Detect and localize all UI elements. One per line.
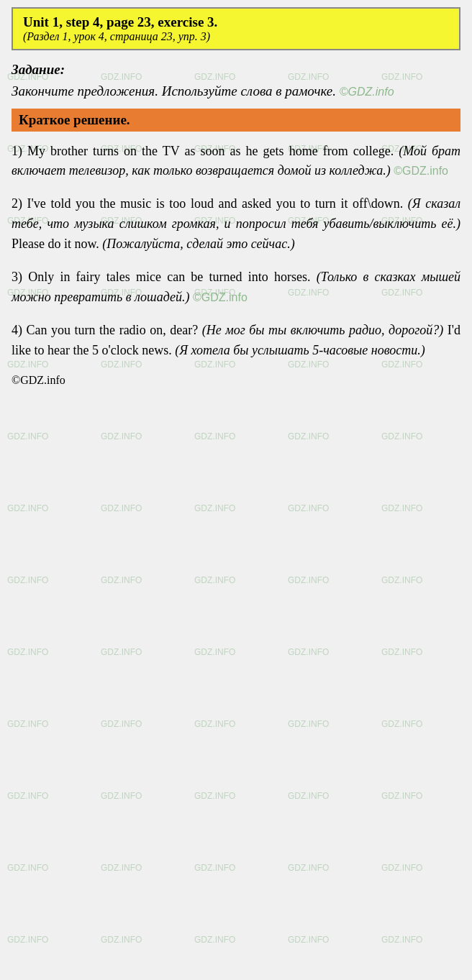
exercise-3-en: 3) Only in fairy tales mice can be turne… — [12, 270, 310, 284]
task-text: Закончите предложения. Используйте слова… — [12, 82, 460, 101]
task-instruction: Закончите предложения. Используйте слова… — [12, 83, 336, 99]
exercise-3-copyright: ©GDZ.info — [193, 291, 248, 303]
header-box: Unit 1, step 4, page 23, exercise 3. (Ра… — [12, 7, 460, 50]
exercise-4: 4) Can you turn the radio on, dear? (Не … — [12, 321, 460, 361]
exercise-1-copyright: ©GDZ.info — [394, 165, 448, 177]
exercise-4-ru: (Не мог бы ты включить радио, дорогой?) — [202, 323, 444, 337]
footer-copyright: ©GDZ.info — [12, 374, 460, 387]
page-content: Unit 1, step 4, page 23, exercise 3. (Ра… — [0, 0, 472, 401]
task-label: Задание: — [12, 62, 460, 78]
header-subtitle: (Раздел 1, урок 4, страница 23, упр. 3) — [23, 30, 449, 43]
exercise-2: 2) I've told you the music is too loud a… — [12, 194, 460, 255]
task-copyright: ©GDZ.info — [340, 86, 394, 98]
solution-label: Краткое решение. — [19, 112, 130, 127]
exercise-4-en: 4) Can you turn the radio on, dear? — [12, 323, 198, 337]
exercise-3: 3) Only in fairy tales mice can be turne… — [12, 267, 460, 308]
header-title: Unit 1, step 4, page 23, exercise 3. — [23, 14, 449, 30]
exercise-1: 1) My brother turns on the TV as soon as… — [12, 142, 460, 182]
exercise-2-en2: Please do it now. — [12, 237, 99, 251]
exercise-2-ru2: (Пожалуйста, сделай это сейчас.) — [102, 237, 294, 251]
exercise-4-ru2: (Я хотела бы услышать 5-часовые новости.… — [175, 343, 425, 357]
exercise-2-en: 2) I've told you the music is too loud a… — [12, 196, 403, 211]
exercise-1-en: 1) My brother turns on the TV as soon as… — [12, 144, 394, 158]
solution-bar: Краткое решение. — [12, 109, 460, 132]
